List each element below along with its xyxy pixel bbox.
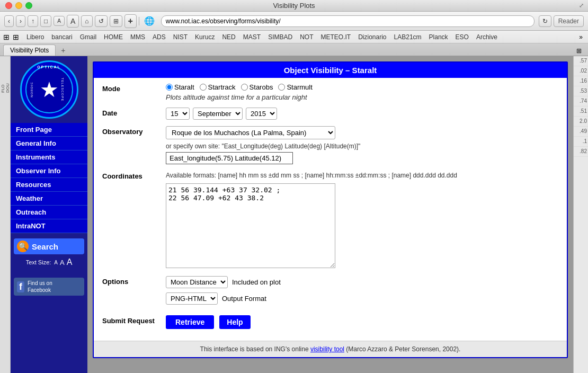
bookmark-not[interactable]: NOT [297,32,316,42]
back-button[interactable]: ‹ [4,15,14,27]
tab-bar: Visibility Plots + ⊞ [0,43,588,56]
bookmarks-overflow[interactable]: » [577,32,585,42]
text-size-med-button[interactable]: A [60,259,65,267]
bookmark-eso[interactable]: ESO [452,32,472,42]
mode-starmult-radio[interactable] [278,84,285,91]
mode-startrack-radio[interactable] [200,84,207,91]
bookmark-mms[interactable]: MMS [127,32,148,42]
logo-star-icon: ★ [40,77,59,102]
tab-expand-icon[interactable]: ⊞ [573,46,585,56]
bookmark-lab21cm[interactable]: LAB21cm [391,32,425,42]
bookmark-home[interactable]: HOME [101,32,126,42]
main-layout: FLODOU OPTICAL NORDIC TELESCOPE ★ Front … [0,56,588,373]
bookmark-dizionario[interactable]: Dizionario [355,32,389,42]
moon-distance-row: Moon Distance Moon Angle None Included o… [166,276,558,288]
date-year-select[interactable]: 2015 [246,108,277,120]
bookmark-archive[interactable]: Archive [473,32,501,42]
output-format-label: Output Format [222,295,266,303]
bookmark-gmail[interactable]: Gmail [77,32,100,42]
bookmark-planck[interactable]: Planck [426,32,451,42]
new-tab-button[interactable]: + [124,14,137,28]
mode-startrack[interactable]: Startrack [200,83,236,91]
tab-visibility-plots[interactable]: Visibility Plots [3,45,56,56]
text-size-large-button[interactable]: A [67,257,73,267]
forward-button[interactable]: › [16,15,25,27]
mode-staralt[interactable]: Staralt [166,83,194,91]
right-num-7: 2.0 [574,117,588,127]
sidebar-item-intranot[interactable]: IntraNOT [11,219,87,233]
sidebar-search-section: 🔍 Search Text Size: A A A [14,238,84,269]
bookmark-libero[interactable]: Libero [23,32,47,42]
formats-text: Available formats: [name] hh mm ss ±dd m… [166,171,558,180]
date-month-select[interactable]: September [193,108,243,120]
mode-staralt-radio[interactable] [166,84,173,91]
home-button[interactable]: ⌂ [81,15,92,27]
sidebar-item-general-info[interactable]: General Info [11,137,87,150]
bookmark-ads[interactable]: ADS [149,32,169,42]
bookmark-bancari[interactable]: bancari [48,32,75,42]
observatory-select[interactable]: Roque de los Muchachos (La Palma, Spain) [166,126,335,139]
bookmark-simbad[interactable]: SIMBAD [265,32,296,42]
share-button[interactable]: ↑ [28,15,38,27]
close-button[interactable] [5,2,12,9]
facebook-icon: f [17,281,24,292]
tab-label: Visibility Plots [10,47,49,54]
download-button[interactable]: ⊞ [110,15,122,27]
facebook-text: Find us on Facebook [28,280,52,294]
expand-icon[interactable]: ⤢ [579,2,584,9]
text-larger-button[interactable]: A [67,15,79,28]
sidebar-item-observer-info[interactable]: Observer Info [11,164,87,178]
new-tab-icon[interactable]: + [58,45,68,56]
coordinates-textarea[interactable]: 21 56 39.144 +63 37 32.02 ; 22 56 47.09 … [166,183,335,268]
history-button[interactable]: ↺ [95,15,108,27]
logo-text-nordic: NORDIC [30,82,33,97]
reader-button[interactable]: Reader [554,15,584,27]
date-day-select[interactable]: 15 [166,108,190,120]
right-num-9: .1 [574,137,588,147]
bookmark-ned[interactable]: NED [219,32,238,42]
visibility-tool-link[interactable]: visibility tool [310,345,344,353]
observatory-custom-input[interactable] [166,152,293,164]
moon-distance-select[interactable]: Moon Distance Moon Angle None [166,276,228,288]
coordinates-row: Coordinates Available formats: [name] hh… [102,171,558,270]
observatory-row: Observatory Roque de los Muchachos (La P… [102,126,558,164]
mode-starobs[interactable]: Starobs [241,83,273,91]
submit-row: Submit Request Retrieve Help [102,315,558,329]
mode-starobs-radio[interactable] [241,84,248,91]
sidebar-item-instruments[interactable]: Instruments [11,150,87,164]
sidebar-item-front-page[interactable]: Front Page [11,123,87,137]
right-num-5: .74 [574,96,588,106]
toolbar: ‹ › ↑ □ A A ⌂ ↺ ⊞ + 🌐 ↻ Reader [0,12,588,31]
footer-author: (Marco Azzaro & Peter Sorensen, 2002). [344,345,460,353]
bookmarks-grid-icon: ⊞ [13,33,19,41]
bookmarks-icon: ⊞ [3,33,10,41]
maximize-button[interactable] [25,2,32,9]
text-size-small-button[interactable]: A [54,260,58,265]
search-box[interactable]: 🔍 Search [14,238,84,254]
form-body: Mode Staralt Startrack Starobs [94,78,567,341]
right-num-3: .16 [574,76,588,86]
text-smaller-button[interactable]: A [54,16,65,26]
address-bar[interactable] [161,15,534,27]
bookmark-button[interactable]: □ [40,15,51,27]
right-num-2: .02 [574,66,588,76]
bookmark-mast[interactable]: MAST [240,32,264,42]
facebook-widget[interactable]: f Find us on Facebook [14,278,84,296]
help-button[interactable]: Help [219,315,250,329]
window-controls[interactable] [5,2,32,9]
bookmark-kurucz[interactable]: Kurucz [192,32,218,42]
sidebar-item-weather[interactable]: Weather [11,192,87,206]
sidebar-item-outreach[interactable]: Outreach [11,206,87,219]
date-controls: 15 September 2015 [166,108,558,120]
bookmark-meteo[interactable]: METEO.IT [318,32,354,42]
sidebar-item-resources[interactable]: Resources [11,178,87,192]
reload-button[interactable]: ↻ [539,15,551,27]
retrieve-button[interactable]: Retrieve [166,315,214,329]
minimize-button[interactable] [15,2,22,9]
sidebar-logo: OPTICAL NORDIC TELESCOPE ★ [20,60,78,119]
facebook-line2: Facebook [28,287,51,293]
output-format-select[interactable]: PNG-HTML PNG PS EPS [166,292,218,305]
bookmark-nist[interactable]: NIST [170,32,191,42]
bookmarks-bar: ⊞ ⊞ Libero bancari Gmail HOME MMS ADS NI… [0,31,588,43]
mode-starmult[interactable]: Starmult [278,83,312,91]
